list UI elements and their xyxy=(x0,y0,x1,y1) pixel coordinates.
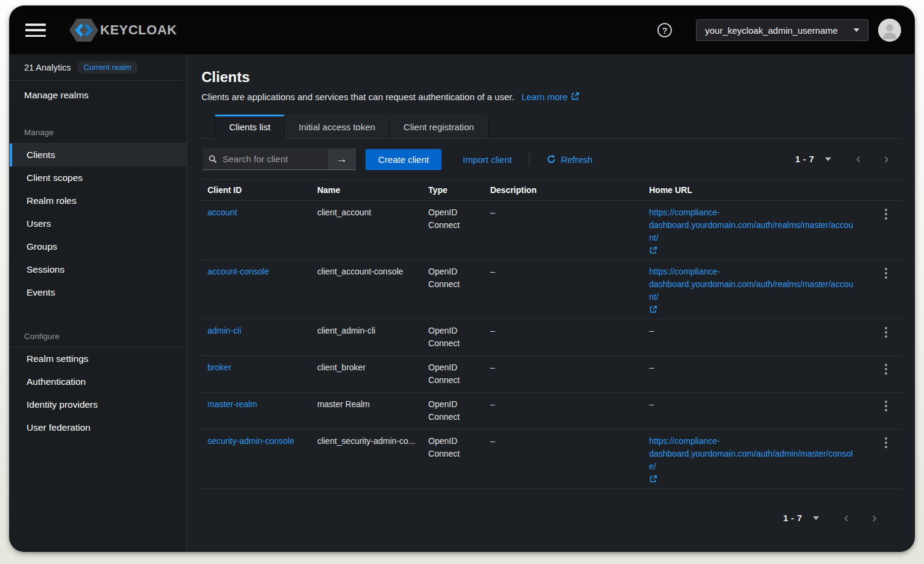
table-row: admin-cli client_admin-cli OpenID Connec… xyxy=(199,319,902,356)
row-kebab-menu-button[interactable] xyxy=(879,206,893,222)
create-client-button[interactable]: Create client xyxy=(365,149,441,170)
table-row: security-admin-console client_security-a… xyxy=(199,429,902,489)
avatar[interactable] xyxy=(878,19,901,42)
client-id-link[interactable]: account xyxy=(207,208,237,217)
external-link-icon[interactable] xyxy=(649,474,657,483)
table-row: master-realm master Realm OpenID Connect… xyxy=(199,393,902,429)
sidebar-item-realm-settings[interactable]: Realm settings xyxy=(10,347,186,370)
search-field xyxy=(203,148,327,170)
client-name: client_account xyxy=(309,201,420,260)
sidebar-item-identity-providers[interactable]: Identity providers xyxy=(10,393,186,416)
client-description: – xyxy=(482,319,641,356)
sidebar-item-clients[interactable]: Clients xyxy=(10,144,186,166)
page-description: Clients are applications and services th… xyxy=(201,92,514,102)
client-description: – xyxy=(482,393,641,429)
sidebar-item-user-federation[interactable]: User federation xyxy=(10,416,186,439)
col-type: Type xyxy=(420,180,482,201)
client-name: client_account-console xyxy=(309,260,420,319)
table-row: broker client_broker OpenID Connect – – xyxy=(199,356,902,393)
client-type: OpenID Connect xyxy=(420,393,482,429)
client-home-url: – xyxy=(641,356,864,393)
tab-client-registration[interactable]: Client registration xyxy=(389,115,489,138)
sidebar-item-groups[interactable]: Groups xyxy=(10,235,186,258)
row-kebab-menu-button[interactable] xyxy=(879,398,893,414)
client-description: – xyxy=(482,201,641,260)
table-row: account client_account OpenID Connect – … xyxy=(199,201,902,260)
sidebar-item-manage-realms[interactable]: Manage realms xyxy=(10,81,186,110)
search-submit-button[interactable] xyxy=(327,148,356,170)
sidebar-item-realm-roles[interactable]: Realm roles xyxy=(10,189,186,212)
col-home-url: Home URL xyxy=(641,180,864,201)
pagination-options-toggle[interactable] xyxy=(813,516,819,520)
home-url-link[interactable]: https://compliance-dashboard.yourdomain.… xyxy=(649,436,853,471)
external-link-icon xyxy=(571,92,580,103)
learn-more-link[interactable]: Learn more xyxy=(522,92,580,102)
client-id-link[interactable]: master-realm xyxy=(207,399,257,409)
client-name: client_broker xyxy=(309,356,420,393)
client-type: OpenID Connect xyxy=(420,429,482,489)
sidebar-item-authentication[interactable]: Authentication xyxy=(10,370,186,393)
row-kebab-menu-button[interactable] xyxy=(879,265,893,281)
client-type: OpenID Connect xyxy=(420,201,482,260)
next-page-button[interactable] xyxy=(872,150,900,168)
search-input[interactable] xyxy=(223,154,321,164)
table-row: account-console client_account-console O… xyxy=(199,260,902,319)
client-name: master Realm xyxy=(309,393,420,429)
tab-initial-access-token[interactable]: Initial access token xyxy=(284,115,389,138)
row-kebab-menu-button[interactable] xyxy=(879,361,893,377)
pagination-bottom: 1 - 7 xyxy=(199,489,902,527)
chevron-down-icon xyxy=(853,28,859,32)
row-kebab-menu-button[interactable] xyxy=(879,325,893,340)
pagination-range: 1 - 7 xyxy=(795,154,814,164)
sidebar-item-users[interactable]: Users xyxy=(10,212,186,235)
pagination-options-toggle[interactable] xyxy=(825,157,831,161)
keycloak-logo-icon xyxy=(69,17,99,43)
home-url-link[interactable]: https://compliance-dashboard.yourdomain.… xyxy=(649,208,853,242)
external-link-icon[interactable] xyxy=(649,305,657,313)
client-type: OpenID Connect xyxy=(420,260,482,319)
row-kebab-menu-button[interactable] xyxy=(879,435,893,451)
client-id-link[interactable]: broker xyxy=(207,363,232,372)
client-id-link[interactable]: security-admin-console xyxy=(207,436,294,446)
person-icon xyxy=(878,19,901,42)
keycloak-admin-window: KEYCLOAK your_keycloak_admin_username 21… xyxy=(10,6,914,551)
sidebar: 21 Analytics Current realm Manage realms… xyxy=(10,54,187,551)
prev-page-button[interactable] xyxy=(844,150,872,168)
col-description: Description xyxy=(482,180,641,201)
client-home-url: – xyxy=(641,393,864,429)
client-name: client_security-admin-co... xyxy=(309,429,420,489)
realm-selector[interactable]: 21 Analytics Current realm xyxy=(10,54,186,81)
tabs: Clients list Initial access token Client… xyxy=(199,115,902,139)
username-label: your_keycloak_admin_username xyxy=(705,25,844,36)
client-id-link[interactable]: admin-cli xyxy=(207,326,241,335)
client-type: OpenID Connect xyxy=(420,356,482,393)
refresh-icon xyxy=(546,154,556,164)
client-type: OpenID Connect xyxy=(420,319,482,356)
chevron-right-icon xyxy=(870,515,878,522)
keycloak-logo: KEYCLOAK xyxy=(69,17,177,43)
help-icon[interactable] xyxy=(657,23,672,37)
divider xyxy=(529,152,530,166)
sidebar-item-events[interactable]: Events xyxy=(10,281,186,304)
sidebar-item-client-scopes[interactable]: Client scopes xyxy=(10,166,186,189)
section-label-configure: Configure xyxy=(10,304,186,347)
refresh-button[interactable]: Refresh xyxy=(546,154,593,165)
realm-name: 21 Analytics xyxy=(24,63,71,72)
tab-clients-list[interactable]: Clients list xyxy=(215,115,284,139)
user-menu-dropdown[interactable]: your_keycloak_admin_username xyxy=(696,19,869,41)
home-url-link[interactable]: https://compliance-dashboard.yourdomain.… xyxy=(649,267,853,302)
brand-text: KEYCLOAK xyxy=(100,22,177,38)
hamburger-menu-icon[interactable] xyxy=(25,22,46,38)
import-client-link[interactable]: Import client xyxy=(463,154,512,165)
chevron-left-icon xyxy=(843,515,850,522)
chevron-right-icon xyxy=(882,156,890,163)
external-link-icon[interactable] xyxy=(649,246,657,254)
next-page-button[interactable] xyxy=(860,509,888,527)
client-id-link[interactable]: account-console xyxy=(207,267,269,276)
pagination-top: 1 - 7 xyxy=(795,150,900,168)
masthead: KEYCLOAK your_keycloak_admin_username xyxy=(10,6,914,54)
clients-table: Client ID Name Type Description Home URL… xyxy=(199,179,902,489)
current-realm-badge: Current realm xyxy=(77,61,138,74)
prev-page-button[interactable] xyxy=(832,509,860,527)
sidebar-item-sessions[interactable]: Sessions xyxy=(10,258,186,281)
